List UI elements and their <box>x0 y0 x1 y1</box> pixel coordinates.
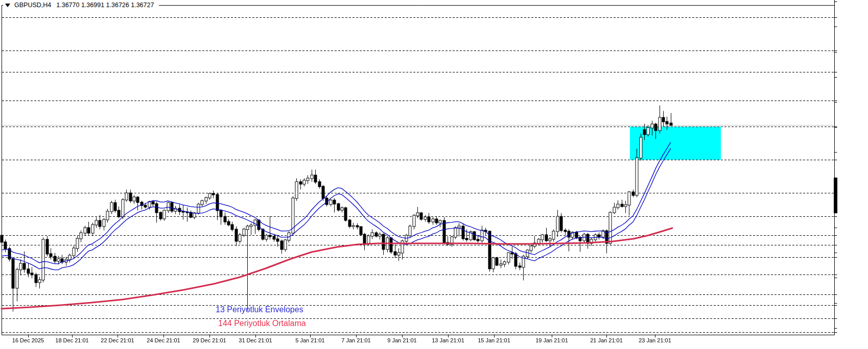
time-axis-label: 31 Dec 21:01 <box>239 337 272 343</box>
time-axis-label: 19 Jan 21:01 <box>535 337 568 343</box>
time-axis-label: 29 Dec 21:01 <box>193 337 226 343</box>
time-axis[interactable]: 16 Dec 202518 Dec 21:0122 Dec 21:0124 De… <box>0 335 835 349</box>
chart-canvas[interactable] <box>0 0 868 349</box>
symbol-timeframe-label: GBPUSD,H4 <box>14 2 51 9</box>
price-axis[interactable]: 1.393331.388031.382731.377431.372131.366… <box>835 0 868 335</box>
envelopes-indicator-label: 13 Periyotluk Envelopes <box>216 305 303 314</box>
time-axis-label: 9 Jan 21:01 <box>387 337 417 343</box>
time-axis-label: 24 Dec 21:01 <box>147 337 180 343</box>
chart-window: GBPUSD,H4 1.36770 1.36991 1.36726 1.3672… <box>0 0 868 349</box>
time-axis-label: 13 Jan 21:01 <box>432 337 464 343</box>
time-axis-label: 21 Jan 21:01 <box>590 337 623 343</box>
time-axis-label: 7 Jan 21:01 <box>341 337 371 343</box>
time-axis-label: 5 Jan 21:01 <box>295 337 325 343</box>
ma-indicator-label: 144 Periyotluk Ortalama <box>218 319 306 328</box>
time-axis-label: 22 Dec 21:01 <box>101 337 134 343</box>
time-axis-label: 15 Jan 21:01 <box>478 337 510 343</box>
chart-title: GBPUSD,H4 1.36770 1.36991 1.36726 1.3672… <box>3 0 159 10</box>
time-axis-label: 18 Dec 21:01 <box>55 337 88 343</box>
ohlc-values: 1.36770 1.36991 1.36726 1.36727 <box>56 2 154 9</box>
time-axis-label: 23 Jan 21:01 <box>639 337 671 343</box>
symbol-down-triangle-icon <box>5 4 10 7</box>
time-axis-label: 16 Dec 2025 <box>12 337 44 343</box>
